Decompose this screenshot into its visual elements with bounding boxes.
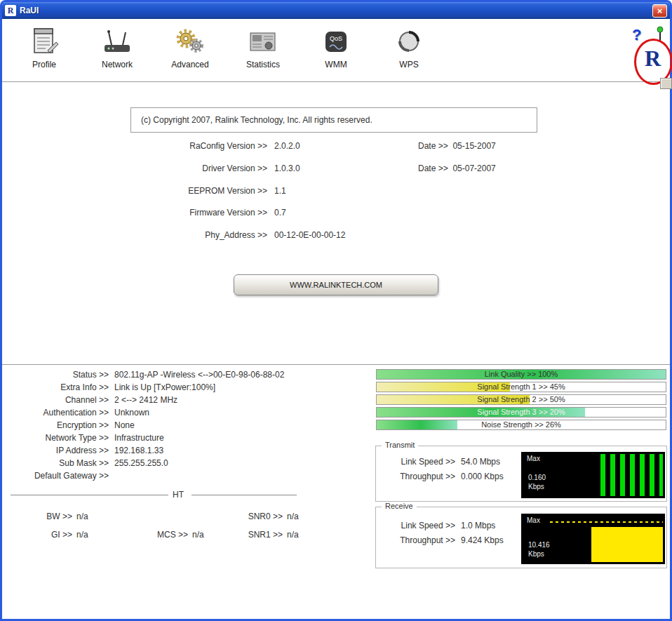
toolbar: Profile Network [2, 19, 670, 82]
toolbar-button-statistics[interactable]: Statistics [227, 19, 300, 81]
signal-strength-2-bar: Signal Strength 2 >> 50% [376, 394, 666, 405]
transmit-group-title: Transmit [382, 441, 418, 449]
toolbar-label-advanced: Advanced [171, 60, 208, 69]
tx-throughput-value: 0.000 Kbps [461, 472, 504, 481]
rx-chart-max-label: Max [527, 516, 540, 524]
tx-chart-scale-unit: Kbps [528, 482, 544, 491]
channel-label: Channel >> [2, 395, 109, 405]
quality-bar-text-4: Noise Strength >> 26% [377, 420, 666, 429]
ht-divider-left [11, 495, 168, 495]
profile-icon [29, 25, 60, 60]
tx-chart-bars [600, 454, 663, 496]
phy-address-label: Phy_Address >> [65, 230, 267, 240]
tx-link-speed-label: Link Speed >> [381, 457, 455, 467]
toolbar-label-statistics: Statistics [246, 60, 280, 69]
wmm-icon: QoS [321, 25, 351, 60]
receive-chart: Max 10.416 Kbps [521, 514, 665, 564]
signal-strength-1-bar: Signal Strength 1 >> 45% [376, 382, 666, 392]
help-icon[interactable]: ? [632, 26, 641, 44]
quality-bar-text-2: Signal Strength 2 >> 50% [377, 395, 666, 404]
quality-bar-text-0: Link Quality >> 100% [377, 370, 666, 379]
small-corner-button[interactable] [660, 78, 672, 89]
sub-mask-value: 255.255.255.0 [114, 458, 168, 468]
bw-label: BW >> [23, 512, 72, 521]
raconfig-version-date: Date >> 05-15-2007 [418, 141, 496, 151]
extra-info-value: Link is Up [TxPower:100%] [114, 382, 215, 392]
quality-bar-text-1: Signal Strength 1 >> 45% [377, 382, 666, 392]
mcs-value: n/a [192, 530, 204, 540]
toolbar-button-wps[interactable]: WPS [372, 19, 445, 81]
copyright-box: (c) Copyright 2007, Ralink Technology, I… [130, 107, 537, 133]
section-divider [2, 364, 670, 366]
encryption-value: None [114, 420, 135, 430]
network-type-value: Infrastructure [114, 433, 164, 443]
network-type-label: Network Type >> [2, 433, 109, 443]
mcs-label: MCS >> [139, 530, 188, 540]
rx-link-speed-value: 1.0 Mbps [461, 521, 495, 530]
wmm-badge-text: QoS [330, 35, 342, 42]
tx-chart-scale-value: 0.160 [528, 473, 546, 482]
toolbar-button-wmm[interactable]: QoS WMM [300, 19, 372, 81]
gi-value: n/a [76, 530, 88, 540]
gi-label: GI >> [23, 530, 72, 540]
rx-throughput-value: 9.424 Kbps [461, 535, 504, 545]
wps-icon [394, 25, 424, 60]
rx-chart-area [591, 527, 663, 562]
toolbar-button-advanced[interactable]: Advanced [154, 19, 227, 81]
toolbar-label-profile: Profile [32, 60, 56, 69]
transmit-chart: Max 0.160 Kbps [521, 452, 665, 498]
title-bar: R RaUI × [2, 2, 670, 19]
eeprom-version-label: EEPROM Version >> [65, 186, 267, 196]
phy-address-value: 00-12-0E-00-00-12 [274, 230, 345, 240]
toolbar-button-network[interactable]: Network [81, 19, 154, 81]
close-button[interactable]: × [652, 4, 667, 18]
bw-value: n/a [76, 512, 88, 521]
default-gateway-label: Default Gateway >> [2, 471, 109, 481]
rx-chart-scale-value: 10.416 [528, 540, 550, 549]
toolbar-button-profile[interactable]: Profile [8, 19, 81, 81]
raui-window: R RaUI × Profile [0, 0, 672, 621]
gears-icon [175, 25, 206, 60]
rx-throughput-label: Throughput >> [381, 535, 455, 545]
toolbar-label-network: Network [102, 60, 133, 69]
quality-bar-text-3: Signal Strength 3 >> 20% [377, 408, 666, 417]
network-icon [102, 25, 133, 60]
app-icon: R [5, 5, 16, 16]
toolbar-label-wps: WPS [399, 60, 418, 69]
radio-status-icon[interactable] [654, 26, 666, 46]
firmware-version-label: Firmware Version >> [65, 208, 267, 218]
tx-throughput-label: Throughput >> [381, 472, 455, 481]
sub-mask-label: Sub Mask >> [2, 458, 109, 468]
status-label: Status >> [2, 370, 109, 380]
channel-value: 2 <--> 2412 MHz [114, 395, 177, 405]
ralink-logo[interactable]: R [645, 46, 661, 72]
rx-chart-max-line [550, 521, 663, 523]
receive-group-title: Receive [382, 502, 417, 510]
statistics-icon [248, 25, 278, 60]
tx-link-speed-value: 54.0 Mbps [461, 457, 500, 467]
ip-address-label: IP Address >> [2, 446, 109, 455]
encryption-label: Encryption >> [2, 420, 109, 430]
window-title: RaUI [20, 6, 652, 15]
driver-version-label: Driver Version >> [65, 163, 267, 173]
snr1-value: n/a [287, 530, 299, 540]
ht-section-label: HT [173, 490, 184, 500]
ip-address-value: 192.168.1.33 [114, 446, 163, 455]
raconfig-version-label: RaConfig Version >> [65, 141, 267, 151]
rx-chart-scale-unit: Kbps [528, 549, 544, 559]
snr0-label: SNR0 >> [234, 512, 283, 521]
signal-strength-3-bar: Signal Strength 3 >> 20% [376, 407, 666, 418]
authentication-label: Authentication >> [2, 408, 109, 418]
snr0-value: n/a [287, 512, 299, 521]
website-button[interactable]: WWW.RALINKTECH.COM [234, 274, 438, 295]
noise-strength-bar: Noise Strength >> 26% [376, 420, 666, 430]
eeprom-version-value: 1.1 [274, 186, 286, 196]
raconfig-version-value: 2.0.2.0 [274, 141, 300, 151]
firmware-version-value: 0.7 [274, 208, 286, 218]
toolbar-label-wmm: WMM [325, 60, 347, 69]
authentication-value: Unknown [114, 408, 149, 418]
snr1-label: SNR1 >> [234, 530, 283, 540]
tx-chart-max-label: Max [527, 455, 540, 462]
link-quality-bar: Link Quality >> 100% [376, 369, 666, 380]
rx-link-speed-label: Link Speed >> [381, 521, 455, 530]
